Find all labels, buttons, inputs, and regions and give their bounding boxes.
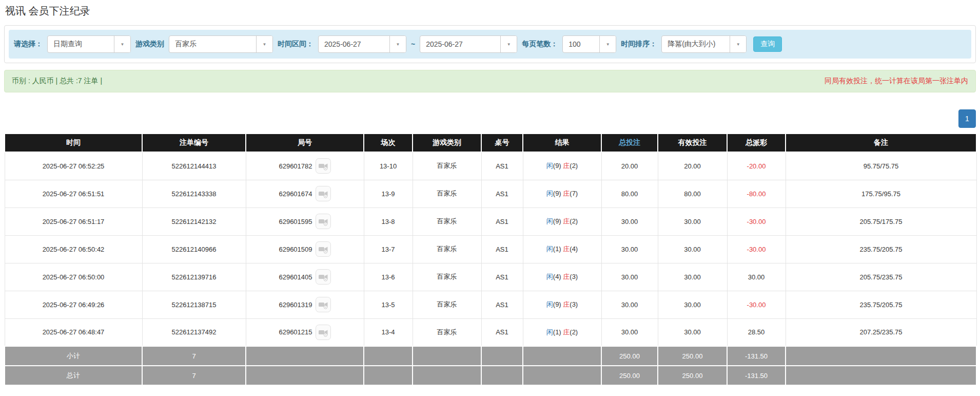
- column-header: 桌号: [481, 134, 523, 152]
- cell-payout: -30.00: [727, 235, 786, 263]
- cell-time: 2025-06-27 06:50:00: [5, 263, 142, 291]
- cell-total-bet[interactable]: 30.00: [601, 318, 658, 346]
- cell-bet-id: 522612144413: [142, 152, 246, 180]
- table-row: 2025-06-27 06:52:25522612144413629601782…: [5, 152, 976, 180]
- chevron-down-icon: ▼: [114, 36, 130, 52]
- cell-round-id: 629601319: [246, 291, 364, 318]
- cell-result: 闲(1) 庄(4): [523, 235, 601, 263]
- cell-remark: 235.75/205.75: [786, 235, 976, 263]
- page-button[interactable]: 1: [958, 109, 976, 128]
- page-title: 视讯 会员下注纪录: [5, 4, 980, 18]
- cell-round-id: 629601674: [246, 180, 364, 208]
- footer-empty: [786, 346, 976, 366]
- game-type-select[interactable]: 百家乐 ▼: [169, 35, 273, 53]
- video-replay-icon[interactable]: [316, 158, 331, 174]
- cell-time: 2025-06-27 06:48:47: [5, 318, 142, 346]
- column-header: 备注: [786, 134, 976, 152]
- cell-session: 13-6: [364, 263, 413, 291]
- cell-valid-bet: 80.00: [658, 180, 727, 208]
- table-row: 2025-06-27 06:50:42522612140966629601509…: [5, 235, 976, 263]
- date-from-select[interactable]: 2025-06-27 ▼: [318, 35, 406, 53]
- query-type-select[interactable]: 日期查询 ▼: [47, 35, 131, 53]
- result-banker: 庄: [563, 328, 570, 336]
- query-type-label: 请选择：: [14, 40, 43, 49]
- date-to-select[interactable]: 2025-06-27 ▼: [420, 35, 517, 53]
- chevron-down-icon: ▼: [256, 36, 272, 52]
- cell-time: 2025-06-27 06:49:26: [5, 291, 142, 318]
- table-row: 2025-06-27 06:48:47522612137492629601215…: [5, 318, 976, 346]
- summary-currency-count: 币别 : 人民币 | 总共 :7 注单 |: [12, 77, 102, 86]
- cell-remark: 205.75/235.75: [786, 263, 976, 291]
- table-header-row: 时间注单编号局号场次游戏类别桌号结果总投注有效投注总派彩备注: [5, 134, 976, 152]
- cell-session: 13-10: [364, 152, 413, 180]
- cell-total-bet[interactable]: 20.00: [601, 152, 658, 180]
- result-player: 闲: [546, 162, 553, 169]
- cell-bet-id: 522612140966: [142, 235, 246, 263]
- cell-game-type: 百家乐: [413, 235, 481, 263]
- video-replay-icon[interactable]: [316, 325, 331, 340]
- column-header: 有效投注: [658, 134, 727, 152]
- cell-payout: 30.00: [727, 263, 786, 291]
- search-button[interactable]: 查询: [753, 36, 782, 52]
- result-banker: 庄: [563, 245, 570, 253]
- cell-valid-bet: 30.00: [658, 235, 727, 263]
- footer-payout: -131.50: [727, 346, 786, 366]
- video-replay-icon[interactable]: [316, 241, 331, 257]
- cell-game-type: 百家乐: [413, 152, 481, 180]
- cell-total-bet[interactable]: 30.00: [601, 208, 658, 235]
- summary-warning-note: 同局有效投注，统一计算在该局第一张注单内: [825, 77, 968, 86]
- cell-result: 闲(1) 庄(2): [523, 318, 601, 346]
- cell-remark: 207.25/235.75: [786, 318, 976, 346]
- sort-order-label: 时间排序：: [621, 40, 657, 49]
- cell-session: 13-5: [364, 291, 413, 318]
- cell-remark: 205.75/175.75: [786, 208, 976, 235]
- cell-total-bet[interactable]: 30.00: [601, 235, 658, 263]
- cell-table-no: AS1: [481, 291, 523, 318]
- cell-session: 13-7: [364, 235, 413, 263]
- footer-empty: [523, 366, 601, 385]
- result-player: 闲: [546, 217, 553, 225]
- video-replay-icon[interactable]: [316, 297, 331, 312]
- footer-empty: [523, 346, 601, 366]
- footer-empty: [786, 366, 976, 385]
- column-header: 总派彩: [727, 134, 786, 152]
- result-player: 闲: [546, 273, 553, 280]
- grand-total-row: 总计7250.00250.00-131.50: [5, 366, 976, 385]
- cell-total-bet[interactable]: 30.00: [601, 263, 658, 291]
- cell-result: 闲(9) 庄(2): [523, 208, 601, 235]
- footer-label: 小计: [5, 346, 142, 366]
- table-body: 2025-06-27 06:52:25522612144413629601782…: [5, 152, 976, 346]
- cell-table-no: AS1: [481, 180, 523, 208]
- cell-round-id: 629601509: [246, 235, 364, 263]
- cell-session: 13-9: [364, 180, 413, 208]
- cell-total-bet[interactable]: 30.00: [601, 291, 658, 318]
- cell-bet-id: 522612139716: [142, 263, 246, 291]
- footer-empty: [246, 366, 364, 385]
- result-banker: 庄: [563, 190, 570, 197]
- footer-total-bet: 250.00: [601, 346, 658, 366]
- cell-time: 2025-06-27 06:51:17: [5, 208, 142, 235]
- footer-label: 总计: [5, 366, 142, 385]
- cell-game-type: 百家乐: [413, 318, 481, 346]
- cell-table-no: AS1: [481, 152, 523, 180]
- page-size-select[interactable]: 100 ▼: [562, 35, 616, 53]
- cell-total-bet[interactable]: 80.00: [601, 180, 658, 208]
- time-range-label: 时间区间：: [278, 40, 313, 49]
- video-replay-icon[interactable]: [316, 186, 331, 201]
- video-replay-icon[interactable]: [316, 269, 331, 285]
- result-player: 闲: [546, 245, 553, 253]
- cell-valid-bet: 30.00: [658, 208, 727, 235]
- table-footer: 小计7250.00250.00-131.50总计7250.00250.00-13…: [5, 346, 976, 385]
- footer-valid-bet: 250.00: [658, 346, 727, 366]
- video-replay-icon[interactable]: [316, 214, 331, 229]
- footer-empty: [246, 346, 364, 366]
- result-banker: 庄: [563, 162, 570, 169]
- table-row: 2025-06-27 06:51:51522612143338629601674…: [5, 180, 976, 208]
- cell-result: 闲(9) 庄(7): [523, 180, 601, 208]
- column-header[interactable]: 总投注: [601, 134, 658, 152]
- sort-order-select[interactable]: 降冪(由大到小) ▼: [661, 35, 747, 53]
- footer-empty: [413, 346, 481, 366]
- game-type-value: 百家乐: [169, 36, 256, 52]
- cell-table-no: AS1: [481, 263, 523, 291]
- chevron-down-icon: ▼: [500, 36, 517, 52]
